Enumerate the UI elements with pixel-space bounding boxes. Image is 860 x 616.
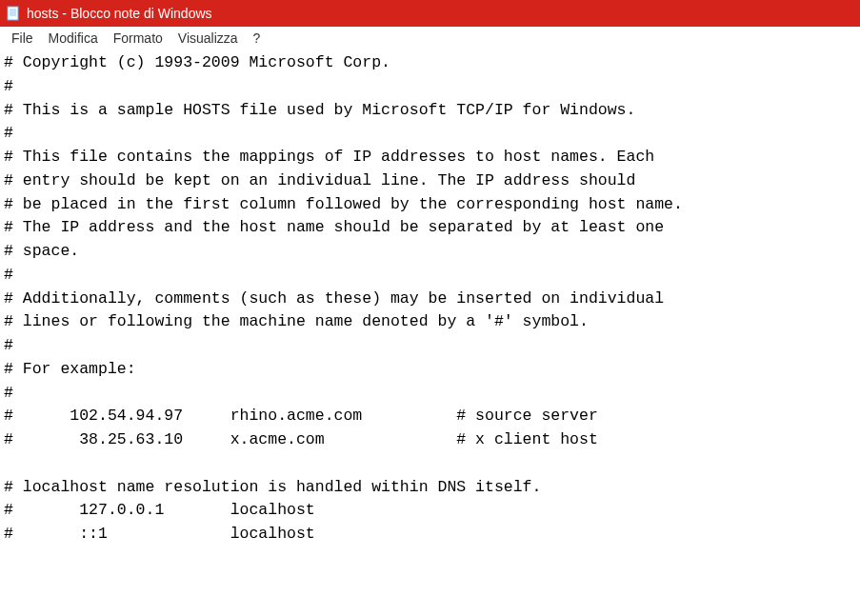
text-editor[interactable]: # Copyright (c) 1993-2009 Microsoft Corp…	[0, 50, 860, 616]
menu-view[interactable]: Visualizza	[170, 29, 246, 48]
title-bar: hosts - Blocco note di Windows	[0, 0, 860, 27]
menu-file[interactable]: File	[4, 29, 41, 48]
menu-format[interactable]: Formato	[106, 29, 170, 48]
notepad-icon	[6, 6, 21, 21]
window-title: hosts - Blocco note di Windows	[27, 6, 212, 21]
menu-help[interactable]: ?	[246, 29, 269, 48]
menu-edit[interactable]: Modifica	[41, 29, 106, 48]
menu-bar: File Modifica Formato Visualizza ?	[0, 27, 860, 50]
